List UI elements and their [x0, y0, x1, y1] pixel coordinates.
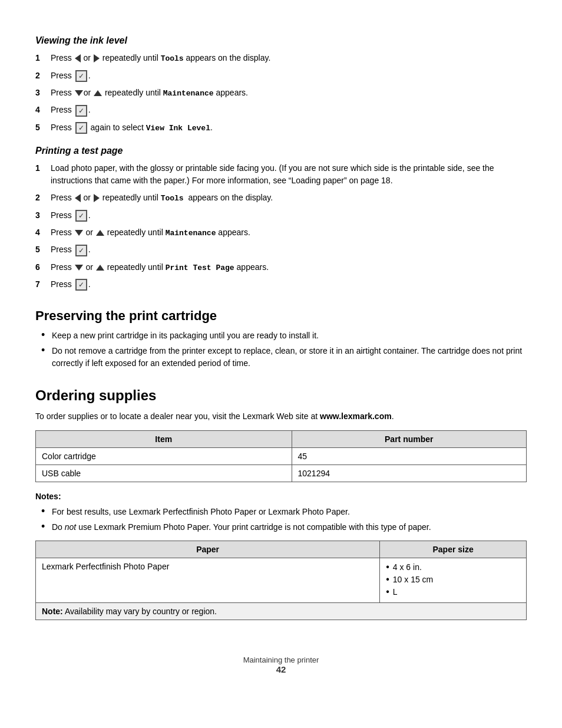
ordering-note-1: • For best results, use Lexmark Perfectf…	[41, 506, 527, 518]
ordering-notes: • For best results, use Lexmark Perfectf…	[35, 506, 527, 533]
table1-cell-item-2: USB cable	[36, 465, 292, 482]
printing-test-page-steps: 1 Load photo paper, with the glossy or p…	[35, 162, 527, 291]
step-p1: 1 Load photo paper, with the glossy or p…	[35, 162, 527, 187]
checkmark-icon-p7	[75, 279, 87, 291]
table2-header-row: Paper Paper size	[36, 541, 527, 558]
viewing-ink-level-steps: 1 Press or repeatedly until Tools appear…	[35, 52, 527, 134]
step-v4: 4 Press .	[35, 104, 527, 116]
step-p5: 5 Press .	[35, 243, 527, 256]
preserving-bullet-2-text: Do not remove a cartridge from the print…	[52, 345, 527, 370]
preserving-bullets: • Keep a new print cartridge in its pack…	[35, 330, 527, 370]
preserving-bullet-2: • Do not remove a cartridge from the pri…	[41, 345, 527, 370]
checkmark-icon-v5	[75, 122, 87, 134]
arrow-left-icon	[75, 54, 81, 62]
ordering-note-2: • Do not use Lexmark Premium Photo Paper…	[41, 521, 527, 533]
step-p6: 6 Press or repeatedly until Print Test P…	[35, 261, 527, 274]
step-num-p7: 7	[35, 278, 48, 291]
arrow-up-icon-v3	[94, 90, 102, 96]
arrow-up-icon-p6	[96, 265, 104, 271]
code-viewinklevel: View Ink Level	[146, 124, 210, 133]
step-content-v3: Press or repeatedly until Maintenance ap…	[51, 87, 527, 100]
bullet-dot-2: •	[41, 345, 49, 357]
step-content-v5: Press again to select View Ink Level.	[51, 121, 527, 134]
step-num-p2: 2	[35, 192, 48, 204]
step-content-p2: Press or repeatedly until Tools appears …	[51, 192, 527, 205]
ordering-title: Ordering supplies	[35, 387, 527, 404]
arrow-down-icon-v3	[75, 90, 83, 96]
table1-cell-part-2: 1021294	[292, 465, 526, 482]
footer: Maintaining the printer 42	[35, 655, 527, 674]
checkmark-icon-p5	[75, 245, 87, 256]
step-content-p1: Load photo paper, with the glossy or pri…	[51, 162, 527, 187]
code-maintenance-p4: Maintenance	[166, 229, 216, 238]
step-p3: 3 Press .	[35, 209, 527, 222]
step-p4: 4 Press or repeatedly until Maintenance …	[35, 226, 527, 239]
paper-size-3: L	[386, 587, 520, 597]
step-num-v3: 3	[35, 87, 48, 99]
step-v1: 1 Press or repeatedly until Tools appear…	[35, 52, 527, 65]
notes-label: Notes:	[35, 492, 527, 501]
code-tools-p2: Tools	[161, 194, 184, 203]
table2-cell-size-1: 4 x 6 in. 10 x 15 cm L	[380, 558, 527, 602]
step-p7: 7 Press .	[35, 278, 527, 291]
paper-size-list: 4 x 6 in. 10 x 15 cm L	[386, 562, 520, 597]
checkmark-icon-v2	[75, 70, 87, 82]
footer-label: Maintaining the printer	[35, 655, 527, 664]
arrow-down-icon-p6	[75, 265, 83, 271]
step-content-v4: Press .	[51, 104, 527, 116]
step-num-v4: 4	[35, 104, 48, 116]
table1-header-row: Item Part number	[36, 430, 527, 447]
table1-row-1: Color cartridge 45	[36, 447, 527, 465]
code-printtestpage: Print Test Page	[166, 263, 234, 272]
step-num-v1: 1	[35, 52, 48, 64]
ordering-note-1-text: For best results, use Lexmark Perfectfin…	[52, 506, 350, 518]
code-maintenance-v3: Maintenance	[163, 89, 214, 98]
footer-page: 42	[35, 664, 527, 674]
paper-size-1: 4 x 6 in.	[386, 562, 520, 572]
ordering-note-2-text: Do not use Lexmark Premium Photo Paper. …	[52, 521, 431, 533]
checkmark-icon-v4	[75, 105, 87, 117]
table2-row-1: Lexmark Perfectfinish Photo Paper 4 x 6 …	[36, 558, 527, 602]
step-content-p5: Press .	[51, 243, 527, 256]
paper-size-2: 10 x 15 cm	[386, 574, 520, 585]
table1-row-2: USB cable 1021294	[36, 465, 527, 482]
step-p2: 2 Press or repeatedly until Tools appear…	[35, 192, 527, 205]
step-content-p6: Press or repeatedly until Print Test Pag…	[51, 261, 527, 274]
table2-cell-paper-1: Lexmark Perfectfinish Photo Paper	[36, 558, 380, 602]
ordering-table1: Item Part number Color cartridge 45 USB …	[35, 430, 527, 482]
paper-size-text-3: L	[393, 587, 398, 597]
bullet-dot-n1: •	[41, 506, 49, 518]
step-content-v2: Press .	[51, 70, 527, 82]
table1-cell-item-1: Color cartridge	[36, 447, 292, 465]
arrow-right-icon-p2	[94, 194, 100, 202]
step-v3: 3 Press or repeatedly until Maintenance …	[35, 87, 527, 100]
ordering-intro: To order supplies or to locate a dealer …	[35, 410, 527, 423]
table2-col-size: Paper size	[380, 541, 527, 558]
step-v5: 5 Press again to select View Ink Level.	[35, 121, 527, 134]
step-num-v2: 2	[35, 70, 48, 82]
step-content-p3: Press .	[51, 209, 527, 222]
ordering-intro-end: .	[392, 411, 394, 421]
step-num-p1: 1	[35, 162, 48, 174]
step-v2: 2 Press .	[35, 70, 527, 82]
checkmark-icon-p3	[75, 210, 87, 222]
step-content-p4: Press or repeatedly until Maintenance ap…	[51, 226, 527, 239]
arrow-down-icon-p4	[75, 230, 83, 236]
bullet-dot-n2: •	[41, 521, 49, 533]
table1-col-item: Item	[36, 430, 292, 447]
step-num-p4: 4	[35, 226, 48, 239]
step-content-v1: Press or repeatedly until Tools appears …	[51, 52, 527, 65]
ordering-website: www.lexmark.com	[320, 411, 392, 421]
not-italic: not	[65, 522, 76, 532]
arrow-right-icon	[94, 54, 100, 62]
step-num-p6: 6	[35, 261, 48, 274]
arrow-up-icon-p4	[96, 230, 104, 236]
step-num-v5: 5	[35, 121, 48, 134]
step-content-p7: Press .	[51, 278, 527, 291]
step-num-p5: 5	[35, 243, 48, 256]
code-tools-v1: Tools	[161, 54, 184, 63]
bullet-dot-1: •	[41, 330, 49, 341]
ordering-intro-text: To order supplies or to locate a dealer …	[35, 411, 318, 421]
step-num-p3: 3	[35, 209, 48, 222]
table1-col-part: Part number	[292, 430, 526, 447]
